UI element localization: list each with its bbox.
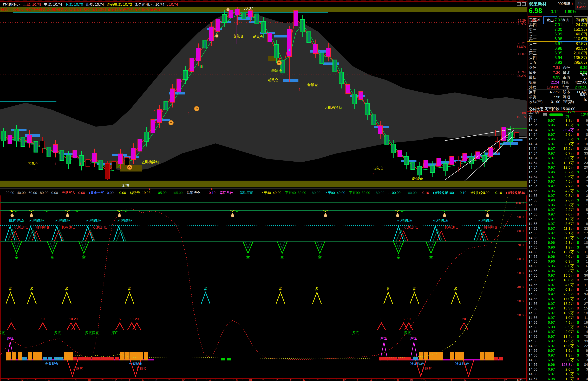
tick-count: 33: [582, 151, 588, 156]
tick-volume: 2.0万: [555, 358, 574, 362]
signal-indicator-panel[interactable]: =D==D==D==D==D==D==D==D==C==C==C==C==C==…: [0, 196, 527, 381]
tick-price: 6.97: [541, 142, 555, 146]
bid-row[interactable]: 买二6.9692.5万: [527, 46, 588, 51]
stat-value: 2124: [544, 80, 559, 85]
tick-volume: 1.8万: [555, 217, 574, 222]
month-label: 8: [478, 379, 479, 381]
caret-number: 20: [462, 317, 466, 321]
chart-shape: [386, 135, 388, 144]
tick-time: 14:56: [527, 372, 541, 376]
tick-volume: 9.1万: [555, 231, 574, 236]
kong-label: 空: [429, 255, 433, 259]
tick-count: 15: [582, 306, 588, 310]
indicator-item: 见顶清仓: -: [187, 190, 203, 195]
sector-box[interactable]: 化工 1.49%: [575, 0, 588, 10]
bid-row[interactable]: 买五6.93295.6万: [527, 60, 588, 65]
indicator-item: : 100.00: [388, 191, 400, 195]
chart-shape: [287, 29, 292, 56]
stock-stats: 涨停7.81跌停6.39最高7.20量比0.59最低6.93市值79.7亿现量2…: [527, 65, 588, 104]
level-price: 6.95: [544, 51, 562, 55]
month-label: 8: [236, 379, 238, 381]
chart-shape: [275, 45, 277, 58]
ask-row[interactable]: 卖四7.0124.4万: [527, 22, 588, 27]
chart-shape: [443, 214, 446, 217]
tick-price: 6.97: [541, 128, 555, 132]
bid-row[interactable]: 买三6.95210.8万: [527, 51, 588, 55]
divider: [527, 90, 588, 90]
header-item: 中线: 10.74: [44, 2, 62, 7]
price-axis-label: 19.1%: [517, 115, 526, 119]
laoshucang-label: 老鼠仓: [253, 35, 264, 39]
indicator-item: ♦妖股起爆100: - : 0.10: [433, 190, 466, 195]
tick-price: 6.96: [541, 254, 555, 259]
chart-shape: [11, 214, 14, 217]
ask-row[interactable]: 卖一6.98110.6万: [527, 37, 588, 41]
bar-red: [407, 357, 411, 360]
restore-icon[interactable]: [517, 2, 521, 6]
bid-row[interactable]: 买四6.94135.3万: [527, 55, 588, 60]
price-axis-label: 80.9%: [517, 22, 526, 26]
chart-shape: [170, 89, 175, 102]
maximize-icon[interactable]: [522, 2, 526, 6]
tick-count: 33: [582, 226, 588, 230]
tick-side: B: [574, 184, 582, 188]
tick-price: 6.97: [541, 339, 555, 343]
tick-row: 14:576.981.2万B4: [527, 376, 588, 381]
month-label: 12: [21, 379, 24, 381]
ask-row[interactable]: 卖二6.9940.8万: [527, 32, 588, 36]
month-label: 2: [438, 379, 439, 381]
chart-shape: [165, 102, 167, 110]
jigou-jiacang-label: 机构加仓: [36, 225, 50, 229]
tick-time: 14:54: [527, 118, 541, 123]
tick-time: 14:55: [527, 194, 541, 198]
bar-red: [91, 357, 96, 360]
bid-row[interactable]: 买一6.9787.5万: [527, 42, 588, 46]
sub-indicator-param-bar[interactable]: : 20.00 : 40.00 : 60.00 : 80.00 : 0.00无脑…: [0, 190, 527, 196]
tick-side: S: [574, 250, 582, 254]
chart-shape: [243, 13, 245, 19]
tick-row: 14:566.970.1万B1: [527, 287, 588, 292]
tick-volume: 4.3万: [555, 188, 574, 193]
tick-volume: 3.8万: [555, 118, 574, 123]
level-label: 卖三: [527, 27, 544, 32]
chart-shape: [437, 158, 441, 166]
tick-row: 14:566.9713.4万S70: [527, 334, 588, 339]
chart-shape: [127, 165, 132, 170]
stat-value: 179438: [544, 85, 559, 90]
bar-orange: [480, 352, 484, 360]
tick-row: 14:566.971.0万B11: [527, 315, 588, 320]
chart-shape: [313, 44, 318, 54]
jigou-jinchang-label: 机构进场: [117, 218, 132, 223]
list-icon[interactable]: [543, 113, 546, 116]
ask-row[interactable]: 卖三7.00150.3万: [527, 27, 588, 32]
stock-code: 002585: [558, 1, 570, 6]
level-amount: 92.5万: [562, 46, 588, 51]
main-candlestick-chart[interactable]: 概念 小米概念 消费电子概念 OLED概念 超清视频 区块链 降解塑料 新材料 …: [0, 7, 527, 190]
tick-volume: 17.3万: [555, 339, 574, 343]
tick-count: 17: [582, 231, 588, 235]
gift-icon: [200, 65, 203, 68]
tick-time: 14:54: [527, 170, 541, 174]
tick-price: 6.97: [541, 330, 555, 334]
caret-number: 5: [119, 317, 121, 321]
tick-time: 14:56: [527, 325, 541, 329]
bar-orange: [33, 352, 37, 360]
stat-label: 最低: [527, 75, 545, 80]
tick-row: 14:546.973.8万B9: [527, 118, 588, 123]
tick-row: 14:556.970.8万B3: [527, 193, 588, 198]
bar-orange: [28, 352, 32, 360]
tick-row: 14:566.974.0万B11: [527, 282, 588, 287]
stat-row: 现量2124总量422566: [527, 80, 588, 85]
tick-list[interactable]: 14:546.973.8万B914:546.961.6万S314:546.973…: [527, 118, 588, 381]
tick-row: 14:556.9715.5万B36: [527, 273, 588, 278]
ask-row[interactable]: 卖五 ¥7.0270.6万: [527, 18, 588, 22]
stat-value: 7.20: [545, 70, 560, 75]
chart-shape: [463, 153, 467, 161]
indicator-header-bar[interactable]: 原创指标: -上线: 10.78中线: 10.74下线: 10.70止盈: 10…: [0, 1, 527, 7]
chart-shape: [354, 94, 355, 103]
chart-shape: [396, 214, 399, 217]
month-label: 4: [370, 379, 372, 381]
tick-price: 6.97: [541, 353, 555, 357]
main-force-pct: -12%: [580, 112, 588, 117]
tick-side: S: [574, 203, 582, 207]
